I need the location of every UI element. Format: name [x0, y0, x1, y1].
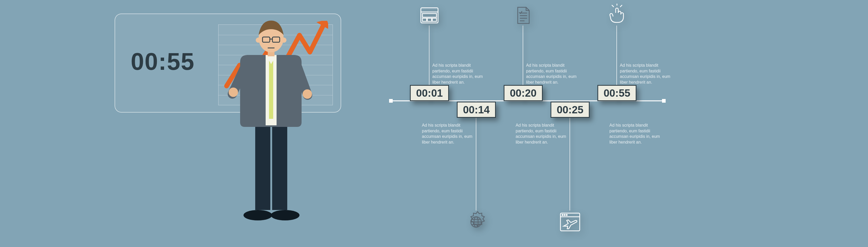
time-chip-3: 00:55: [597, 85, 637, 101]
svg-rect-22: [423, 13, 436, 17]
timeline-start-marker: [389, 99, 393, 103]
blurb-top-1: Ad his scripta blandit partiendo, eum fa…: [432, 63, 485, 85]
blurb-bot-1: Ad his scripta blandit partiendo, eum fa…: [422, 122, 474, 145]
blurb-top-2: Ad his scripta blandit partiendo, eum fa…: [526, 63, 578, 85]
time-chip-4: 00:14: [457, 102, 496, 118]
webpage-icon: [419, 5, 440, 26]
timeline-end-marker: [662, 99, 665, 103]
blurb-top-3: Ad his scripta blandit partiendo, eum fa…: [620, 63, 672, 85]
svg-point-41: [564, 214, 565, 215]
svg-rect-20: [421, 8, 438, 23]
time-chip-1: 00:01: [410, 85, 449, 101]
svg-rect-2: [272, 124, 287, 210]
svg-rect-6: [269, 59, 273, 119]
blurb-bot-3: Ad his scripta blandit partiendo, eum fa…: [610, 122, 661, 145]
svg-rect-23: [423, 18, 427, 21]
document-icon: [513, 5, 533, 26]
svg-point-15: [281, 37, 286, 43]
presenter-illustration: [226, 12, 315, 231]
svg-point-40: [562, 214, 563, 215]
svg-rect-1: [255, 124, 270, 210]
svg-rect-24: [427, 18, 432, 21]
svg-point-3: [244, 210, 272, 220]
svg-line-32: [620, 5, 622, 7]
time-chip-4-label: 00:14: [463, 104, 490, 116]
svg-rect-25: [432, 18, 436, 21]
big-time-display: 00:55: [131, 48, 194, 75]
svg-point-4: [271, 210, 300, 220]
svg-point-11: [303, 89, 312, 99]
svg-point-42: [566, 214, 567, 215]
globe-gear-icon: [465, 211, 488, 234]
time-chip-3-label: 00:55: [604, 87, 630, 99]
time-chip-5: 00:25: [551, 102, 590, 118]
time-chip-5-label: 00:25: [557, 104, 583, 116]
plane-window-icon: [559, 211, 581, 234]
touch-icon: [607, 4, 629, 26]
time-chip-1-label: 00:01: [416, 87, 443, 99]
svg-point-14: [256, 37, 261, 43]
time-chip-2-label: 00:20: [510, 87, 536, 99]
blurb-bot-2: Ad his scripta blandit partiendo, eum fa…: [516, 122, 568, 145]
time-chip-2: 00:20: [504, 85, 543, 101]
svg-point-10: [229, 88, 238, 97]
svg-line-31: [612, 5, 614, 7]
